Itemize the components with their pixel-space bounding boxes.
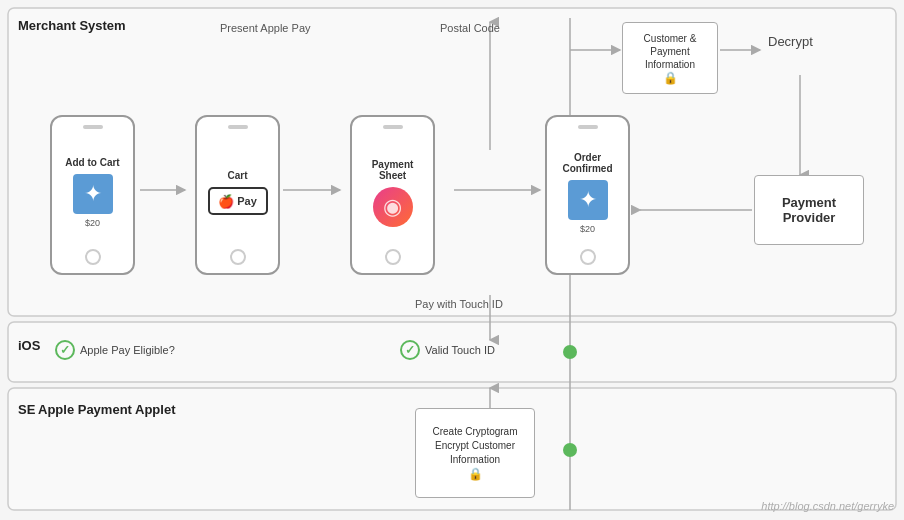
phone-speaker-3 xyxy=(383,125,403,129)
svg-rect-0 xyxy=(8,8,896,316)
apple-pay-eligible-label: Apple Pay Eligible? xyxy=(80,344,175,356)
phone-button-4 xyxy=(580,249,596,265)
payment-provider-text: Payment Provider xyxy=(763,195,855,225)
create-cryptogram-box: Create CryptogramEncrypt CustomerInforma… xyxy=(415,408,535,498)
apple-pay-button: 🍎 Pay xyxy=(208,187,268,215)
phone-title-3: Payment Sheet xyxy=(357,159,428,181)
phone-add-to-cart: Add to Cart $20 xyxy=(50,115,135,275)
phone-subtitle-1: $20 xyxy=(85,218,100,228)
phone-button-1 xyxy=(85,249,101,265)
star-icon-2 xyxy=(568,180,608,220)
se-applet-label: Apple Payment Applet xyxy=(38,402,175,417)
touch-id-icon xyxy=(373,187,413,227)
phone-speaker-1 xyxy=(83,125,103,129)
apple-pay-eligible-check: ✓ Apple Pay Eligible? xyxy=(55,340,175,360)
svg-point-8 xyxy=(563,345,577,359)
phone-order-confirmed: Order Confirmed $20 xyxy=(545,115,630,275)
check-circle-1: ✓ xyxy=(55,340,75,360)
ios-label: iOS xyxy=(18,338,40,353)
phone-speaker-4 xyxy=(578,125,598,129)
se-label: SE xyxy=(18,402,35,417)
phone-title-2: Cart xyxy=(227,170,247,181)
check-circle-2: ✓ xyxy=(400,340,420,360)
phone-cart: Cart 🍎 Pay xyxy=(195,115,280,275)
phone-button-2 xyxy=(230,249,246,265)
watermark: http://blog.csdn.net/gerryke xyxy=(761,500,894,512)
decrypt-label: Decrypt xyxy=(768,34,813,49)
phone-subtitle-4: $20 xyxy=(580,224,595,234)
valid-touch-id-check: ✓ Valid Touch ID xyxy=(400,340,495,360)
diagram: Merchant System iOS SE Apple Payment App… xyxy=(0,0,904,520)
lock-icon: 🔒 xyxy=(663,71,678,85)
phone-speaker-2 xyxy=(228,125,248,129)
payment-provider-box: Payment Provider xyxy=(754,175,864,245)
phone-button-3 xyxy=(385,249,401,265)
phone-title-4: Order Confirmed xyxy=(552,152,623,174)
merchant-label: Merchant System xyxy=(18,18,126,33)
postal-code-label: Postal Code xyxy=(440,22,500,34)
pay-with-touch-label: Pay with Touch ID xyxy=(415,298,503,310)
create-cryptogram-text: Create CryptogramEncrypt CustomerInforma… xyxy=(432,425,517,467)
svg-point-9 xyxy=(563,443,577,457)
customer-payment-info-text: Customer &PaymentInformation xyxy=(644,32,697,71)
lock-icon-2: 🔒 xyxy=(468,467,483,481)
star-icon-1 xyxy=(73,174,113,214)
customer-payment-info-box: Customer &PaymentInformation 🔒 xyxy=(622,22,718,94)
phone-title-1: Add to Cart xyxy=(65,157,119,168)
present-apple-pay-label: Present Apple Pay xyxy=(220,22,311,34)
phone-payment-sheet: Payment Sheet xyxy=(350,115,435,275)
valid-touch-id-label: Valid Touch ID xyxy=(425,344,495,356)
